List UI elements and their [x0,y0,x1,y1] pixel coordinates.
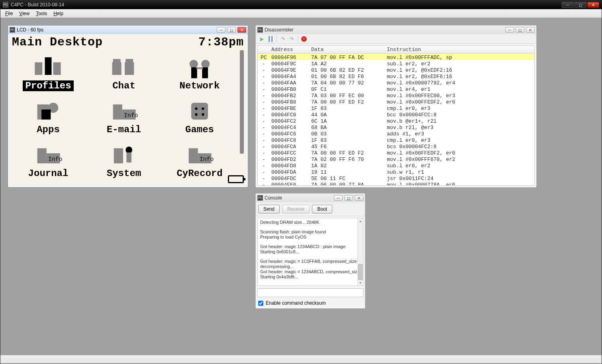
row-bp: - [258,162,270,168]
row-data: 0F C1 [310,86,385,92]
row-data: 1F 83 [310,137,385,143]
table-row[interactable]: PC00004F967A 07 00 FF FA DCmov.l #0x00FF… [258,54,534,60]
row-address: 00004F9C [270,60,310,67]
disassembler-minimize-button[interactable]: ─ [505,27,514,33]
disassembler-close-button[interactable]: ✕ [526,27,535,33]
table-row[interactable]: -00004FB87A 00 00 FF ED F2mov.l #0x00FFE… [258,98,534,105]
pause-button[interactable]: ┃┃ [268,36,273,42]
console-scrollbar[interactable]: ▲ ▼ [357,218,363,286]
mdi-client: PC LCD - 60 fps ─ ◻ ✕ Main Desktop 7:38p… [0,18,602,355]
row-bp: - [258,79,270,86]
lcd-item-games[interactable]: Games [162,94,237,138]
console-minimize-button[interactable]: ─ [334,195,343,201]
table-row[interactable]: -00004FC468 BAmov.b r2l, @er3 [258,124,534,130]
scroll-up-icon[interactable]: ▲ [358,218,363,224]
svg-rect-3 [112,62,122,75]
table-row[interactable]: -00004FAA7A 04 00 00 77 92mov.l #0x00007… [258,79,534,86]
lcd-screen[interactable]: Main Desktop 7:38pm ProfilesChatNetworkA… [10,36,246,186]
table-row[interactable]: -00004FD81A 82sub.l er0, er2 [258,162,534,168]
menu-tools[interactable]: Tools [33,10,49,17]
table-row[interactable]: -00004FBE1F 83cmp.l er0, er3 [258,105,534,111]
close-button[interactable]: ✕ [587,2,599,8]
table-row[interactable]: -00004FC26C 1Amov.b @er1+, r2l [258,117,534,124]
main-titlebar[interactable]: PC C4PC - Build 2010-08-14 ─ ◻ ✕ [0,0,602,9]
console-window[interactable]: PC Console ─ ◻ ✕ Send Receive Boot Detec… [255,193,365,309]
menu-file[interactable]: File [3,10,15,17]
checksum-option[interactable]: Enable command checksum [256,299,365,308]
lcd-titlebar[interactable]: PC LCD - 60 fps ─ ◻ ✕ [8,25,248,34]
lcd-item-cyrecord[interactable]: InfoCyRecord [162,138,237,182]
svg-point-20 [202,107,204,110]
scroll-thumb[interactable] [358,264,363,280]
boot-button[interactable]: Boot [312,205,332,213]
col-header-data[interactable]: Data [310,46,385,53]
row-address: 00004FB8 [270,98,310,105]
lcd-item-e-mail[interactable]: InfoE-mail [86,94,162,138]
lcd-item-apps[interactable]: Apps [10,94,86,138]
console-titlebar[interactable]: PC Console ─ ◻ ✕ [256,194,365,202]
step-over-button[interactable]: ↷ [289,36,294,42]
lcd-maximize-button[interactable]: ◻ [227,27,236,33]
step-into-button[interactable]: ↷ [280,36,286,42]
lcd-window-icon: PC [10,27,15,33]
row-instruction: mov.l #0x00FFF670, er2 [385,156,534,162]
row-instruction: mov.l er2, @0xEDF2:16 [385,67,534,73]
console-maximize-button[interactable]: ◻ [344,195,353,201]
apps-icon [30,97,66,123]
run-button[interactable]: ▶ [259,36,265,42]
system-icon [106,141,142,167]
col-header-bp[interactable] [258,46,270,53]
table-row[interactable]: -00004FE07A 06 00 00 77 8Amov.l #0x00007… [258,181,534,186]
table-row[interactable]: -00004FC044 0Abcc 0x00004FCC:8 [258,111,534,117]
console-close-button[interactable]: ✕ [355,195,363,201]
row-address: 00004FDA [270,168,310,175]
table-row[interactable]: -00004FB00F C1mov.l er4, er1 [258,86,534,92]
disassembly-table[interactable]: Address Data Instruction PC00004F967A 07… [257,45,535,186]
console-line: Got header: magic = 1C0FFAB, compressed_… [260,259,361,264]
lcd-item-chat[interactable]: Chat [86,50,162,94]
disassembler-maximize-button[interactable]: ◻ [516,27,524,33]
table-row[interactable]: -00004FA401 00 6B 82 ED F6mov.l er2, @0x… [258,73,534,79]
svg-point-7 [190,60,198,68]
col-header-instruction[interactable]: Instruction [385,46,534,53]
row-bp: - [258,175,270,181]
table-row[interactable]: -00004FD27A 02 00 FF F6 70mov.l #0x00FFF… [258,156,534,162]
lcd-item-system[interactable]: System [86,138,162,182]
row-data: 7A 04 00 00 77 92 [310,79,385,86]
console-output[interactable]: Detecting DRAM size... 2048KScanning fla… [257,218,363,286]
send-button[interactable]: Send [258,205,280,213]
lcd-close-button[interactable]: ✕ [237,27,246,33]
disassembler-window[interactable]: PC Disassembler ─ ◻ ✕ ▶ ┃┃ ↷ ↷ ! [255,25,537,188]
lcd-item-profiles[interactable]: Profiles [10,50,86,94]
menu-view[interactable]: View [17,10,32,17]
table-row[interactable]: -00004FCC7A 00 00 FF ED F2mov.l #0x00FFE… [258,149,534,156]
table-row[interactable]: -00004F9E01 00 6B 82 ED F2mov.l er2, @0x… [258,67,534,73]
disassembler-titlebar[interactable]: PC Disassembler ─ ◻ ✕ [256,25,536,34]
table-row[interactable]: -00004FDA19 11sub.w r1, r1 [258,168,534,175]
col-header-address[interactable]: Address [270,46,310,53]
row-data: 01 00 6B 82 ED F2 [310,67,385,73]
svg-rect-18 [191,103,208,119]
lcd-item-network[interactable]: Network [162,50,237,94]
breakpoint-button[interactable]: ! [301,36,307,42]
scroll-down-icon[interactable]: ▼ [358,280,363,286]
row-data: 7A 06 00 00 77 8A [310,181,385,186]
email-icon: Info [106,97,142,123]
lcd-minimize-button[interactable]: ─ [217,27,226,33]
lcd-scrollbar[interactable] [240,50,244,154]
table-row[interactable]: -00004FCA45 F6bcs 0x00004FC2:8 [258,143,534,149]
table-row[interactable]: -00004FC60B 03adds #1, er3 [258,130,534,137]
table-row[interactable]: -00004FDC5E 00 11 FCjsr 0x0011FC:24 [258,175,534,181]
table-row[interactable]: -00004FC81F 83cmp.l er0, er3 [258,137,534,143]
table-row[interactable]: -00004F9C1A A2sub.l er2, er2 [258,60,534,67]
table-row[interactable]: -00004FB27A 03 00 FF EC 00mov.l #0x00FFE… [258,92,534,98]
checksum-checkbox[interactable] [258,301,263,306]
lcd-item-label: Games [183,124,216,135]
console-input[interactable] [257,288,363,297]
receive-button[interactable]: Receive [282,205,310,213]
lcd-item-journal[interactable]: InfoJournal [10,138,86,182]
lcd-window[interactable]: PC LCD - 60 fps ─ ◻ ✕ Main Desktop 7:38p… [8,25,248,188]
menu-help[interactable]: Help [51,10,66,17]
maximize-button[interactable]: ◻ [575,2,586,8]
minimize-button[interactable]: ─ [562,2,574,8]
